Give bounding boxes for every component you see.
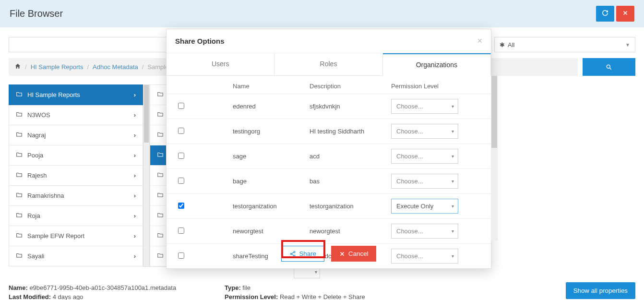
folder-icon [16, 192, 23, 200]
sidebar: HI Sample Reports›N3WOS›Nagraj›Pooja›Raj… [9, 84, 143, 267]
sidebar-item-label: HI Sample Reports [27, 91, 80, 98]
org-name: sage [233, 153, 310, 160]
close-icon [622, 10, 629, 16]
sidebar-item[interactable]: Nagraj› [9, 125, 143, 145]
chevron-right-icon: › [134, 91, 136, 98]
header-description: Description [310, 83, 391, 90]
org-description: acd [310, 153, 391, 160]
perm-value: Read + Write + Delete + Share [280, 293, 365, 300]
breadcrumb-sep: / [87, 63, 89, 71]
org-name: neworgtest [233, 228, 310, 235]
sidebar-item[interactable]: Sayali› [9, 246, 143, 266]
org-table: Name Description Permission Level edenre… [167, 76, 491, 268]
sidebar-item[interactable]: Pooja› [9, 145, 143, 166]
org-description: HI testing Siddharth [310, 128, 391, 135]
folder-icon [157, 171, 164, 180]
name-value: e9be6771-995b-40eb-a01c-304857a100a1.met… [29, 284, 176, 291]
search-button[interactable] [583, 58, 635, 76]
breadcrumb-mid[interactable]: Adhoc Metadata [93, 63, 138, 71]
folder-icon [157, 192, 164, 200]
tab-organizations[interactable]: Organizations [383, 53, 491, 76]
filter-label: All [508, 41, 514, 48]
show-properties-button[interactable]: Show all properties [566, 282, 635, 299]
filter-dropdown[interactable]: ✱ All ▼ [494, 37, 635, 52]
refresh-button[interactable] [596, 6, 614, 22]
permission-select[interactable]: Choose... [391, 99, 458, 114]
org-checkbox[interactable] [178, 153, 184, 159]
sidebar-item-label: Ramakrishna [27, 192, 64, 199]
modal-title: Share Options [175, 37, 225, 45]
chevron-right-icon: › [134, 232, 136, 240]
modal-footer: Share Cancel [167, 241, 491, 268]
sidebar-item[interactable]: HI Sample Reports› [9, 84, 143, 105]
org-checkbox[interactable] [178, 203, 184, 209]
breadcrumb-sep: / [142, 63, 144, 71]
header-permission: Permission Level [391, 83, 482, 90]
tab-users[interactable]: Users [167, 53, 274, 76]
share-button[interactable]: Share [281, 246, 324, 262]
permission-select[interactable]: Choose... [391, 124, 458, 139]
sidebar-item[interactable]: Sample EFW Report› [9, 226, 143, 246]
org-name: testingorg [233, 128, 310, 135]
org-row: sageacdChoose... [167, 144, 491, 168]
folder-icon [16, 232, 23, 240]
permission-select[interactable]: Choose... [391, 174, 458, 189]
close-button[interactable] [616, 6, 634, 22]
org-description: bas [310, 178, 391, 185]
share-icon [289, 251, 296, 257]
org-checkbox[interactable] [178, 103, 184, 109]
chevron-right-icon: › [134, 252, 136, 260]
perm-label: Permission Level: [225, 293, 278, 300]
sidebar-item[interactable]: Roja› [9, 206, 143, 226]
folder-icon [157, 212, 164, 220]
chevron-right-icon: › [134, 212, 136, 219]
chevron-right-icon: › [134, 172, 136, 179]
modal-scrollbar[interactable] [491, 76, 498, 241]
modal-header: Share Options × [167, 29, 491, 53]
folder-icon [157, 111, 164, 119]
name-label: Name: [9, 284, 28, 291]
search-icon [606, 64, 612, 71]
tab-roles[interactable]: Roles [274, 53, 382, 76]
folder-icon [16, 151, 23, 159]
org-checkbox[interactable] [178, 228, 184, 234]
svg-point-0 [607, 65, 610, 68]
folder-icon [157, 131, 164, 139]
sidebar-item[interactable]: Rajesh› [9, 166, 143, 186]
chevron-right-icon: › [134, 152, 136, 159]
org-row: testorganizationtestorganizationExecute … [167, 193, 491, 218]
chevron-right-icon: › [134, 132, 136, 139]
cancel-label: Cancel [348, 250, 369, 257]
modal-close-button[interactable]: × [477, 36, 482, 46]
org-checkbox[interactable] [178, 178, 184, 184]
folder-icon [157, 232, 164, 240]
permission-select[interactable]: Choose... [391, 224, 458, 239]
breadcrumb-root[interactable]: HI Sample Reports [31, 63, 83, 71]
folder-icon [157, 252, 164, 260]
cancel-icon [339, 251, 346, 257]
sidebar-item-label: N3WOS [27, 111, 50, 119]
cancel-button[interactable]: Cancel [331, 246, 376, 262]
sidebar-item-label: Pooja [27, 152, 43, 159]
folder-icon [16, 212, 23, 220]
org-checkbox[interactable] [178, 128, 184, 134]
header-name: Name [233, 83, 310, 90]
home-icon[interactable] [14, 63, 21, 71]
sidebar-item-label: Sample EFW Report [27, 232, 84, 240]
sidebar-item[interactable]: N3WOS› [9, 105, 143, 125]
folder-icon [157, 151, 164, 159]
sidebar-scrollbar[interactable] [143, 84, 150, 267]
sidebar-item[interactable]: Ramakrishna› [9, 186, 143, 206]
share-label: Share [299, 250, 316, 257]
org-description: sfjskdvnkjn [310, 103, 391, 110]
chevron-down-icon: ▼ [625, 42, 630, 48]
org-name: edenred [233, 103, 310, 110]
org-row: testingorgHI testing SiddharthChoose... [167, 119, 491, 144]
permission-select[interactable]: Choose... [391, 149, 458, 164]
breadcrumb-sep: / [25, 63, 27, 71]
permission-select[interactable]: Execute Only [391, 199, 458, 214]
folder-icon [16, 91, 23, 99]
share-modal: Share Options × Users Roles Organization… [166, 29, 491, 269]
refresh-icon [602, 10, 608, 16]
org-row: bagebasChoose... [167, 168, 491, 193]
